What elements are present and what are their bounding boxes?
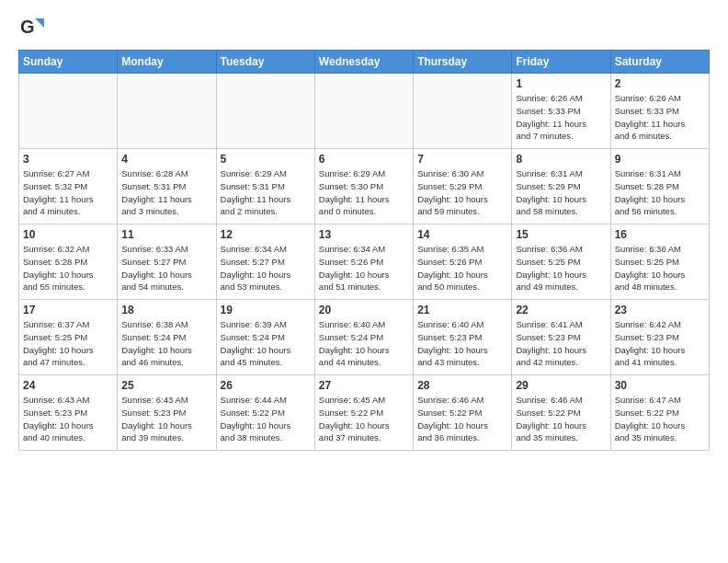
svg-text:G: G [20,17,35,37]
day-number: 9 [615,153,705,166]
day-info: Sunrise: 6:37 AM Sunset: 5:25 PM Dayligh… [23,318,113,369]
day-info: Sunrise: 6:40 AM Sunset: 5:23 PM Dayligh… [417,318,507,369]
day-info: Sunrise: 6:27 AM Sunset: 5:32 PM Dayligh… [23,167,113,218]
day-info: Sunrise: 6:34 AM Sunset: 5:26 PM Dayligh… [319,243,409,293]
calendar-cell: 4Sunrise: 6:28 AM Sunset: 5:31 PM Daylig… [118,149,216,224]
day-number: 3 [23,153,113,166]
calendar-cell: 5Sunrise: 6:29 AM Sunset: 5:31 PM Daylig… [216,149,314,224]
day-info: Sunrise: 6:31 AM Sunset: 5:29 PM Dayligh… [516,167,606,218]
day-number: 29 [516,379,606,392]
calendar-cell: 3Sunrise: 6:27 AM Sunset: 5:32 PM Daylig… [19,149,118,224]
weekday-header-friday: Friday [512,51,610,74]
day-number: 26 [221,379,311,392]
calendar-cell: 25Sunrise: 6:43 AM Sunset: 5:23 PM Dayli… [118,375,216,451]
day-info: Sunrise: 6:33 AM Sunset: 5:27 PM Dayligh… [121,243,211,293]
day-number: 5 [221,153,311,166]
calendar-cell [19,74,118,149]
calendar-cell [414,74,512,149]
calendar-cell: 30Sunrise: 6:47 AM Sunset: 5:22 PM Dayli… [610,375,709,451]
calendar-table: SundayMondayTuesdayWednesdayThursdayFrid… [18,50,710,451]
calendar-cell: 7Sunrise: 6:30 AM Sunset: 5:29 PM Daylig… [414,149,512,224]
day-info: Sunrise: 6:26 AM Sunset: 5:33 PM Dayligh… [615,92,705,143]
calendar-cell: 16Sunrise: 6:36 AM Sunset: 5:25 PM Dayli… [610,224,709,300]
calendar-cell: 18Sunrise: 6:38 AM Sunset: 5:24 PM Dayli… [118,300,216,375]
weekday-header-monday: Monday [118,51,216,74]
day-info: Sunrise: 6:30 AM Sunset: 5:29 PM Dayligh… [417,167,507,218]
day-number: 21 [417,304,507,316]
calendar-cell: 10Sunrise: 6:32 AM Sunset: 5:28 PM Dayli… [19,224,118,300]
day-number: 19 [221,304,311,316]
calendar-cell: 26Sunrise: 6:44 AM Sunset: 5:22 PM Dayli… [216,375,314,451]
day-info: Sunrise: 6:40 AM Sunset: 5:24 PM Dayligh… [319,318,409,369]
day-number: 13 [319,228,409,241]
day-info: Sunrise: 6:42 AM Sunset: 5:23 PM Dayligh… [615,318,705,369]
day-number: 20 [319,304,409,316]
calendar-cell: 1Sunrise: 6:26 AM Sunset: 5:33 PM Daylig… [512,74,610,149]
weekday-header-thursday: Thursday [414,51,512,74]
week-row-3: 17Sunrise: 6:37 AM Sunset: 5:25 PM Dayli… [19,300,710,375]
week-row-2: 10Sunrise: 6:32 AM Sunset: 5:28 PM Dayli… [19,224,710,300]
calendar-cell: 19Sunrise: 6:39 AM Sunset: 5:24 PM Dayli… [216,300,314,375]
day-number: 8 [516,153,606,166]
day-number: 23 [615,304,705,316]
day-info: Sunrise: 6:28 AM Sunset: 5:31 PM Dayligh… [121,167,211,218]
day-info: Sunrise: 6:26 AM Sunset: 5:33 PM Dayligh… [516,92,606,143]
day-number: 4 [121,153,211,166]
week-row-4: 24Sunrise: 6:43 AM Sunset: 5:23 PM Dayli… [19,375,710,451]
calendar-cell: 20Sunrise: 6:40 AM Sunset: 5:24 PM Dayli… [314,300,413,375]
day-info: Sunrise: 6:32 AM Sunset: 5:28 PM Dayligh… [23,243,113,293]
day-info: Sunrise: 6:38 AM Sunset: 5:24 PM Dayligh… [121,318,211,369]
calendar-cell: 27Sunrise: 6:45 AM Sunset: 5:22 PM Dayli… [314,375,413,451]
calendar-cell: 2Sunrise: 6:26 AM Sunset: 5:33 PM Daylig… [610,74,709,149]
calendar-cell: 12Sunrise: 6:34 AM Sunset: 5:27 PM Dayli… [216,224,314,300]
calendar-cell: 17Sunrise: 6:37 AM Sunset: 5:25 PM Dayli… [19,300,118,375]
calendar-cell: 24Sunrise: 6:43 AM Sunset: 5:23 PM Dayli… [19,375,118,451]
day-info: Sunrise: 6:43 AM Sunset: 5:23 PM Dayligh… [23,394,113,444]
logo: G [18,15,48,40]
day-info: Sunrise: 6:36 AM Sunset: 5:25 PM Dayligh… [516,243,606,293]
calendar-cell: 14Sunrise: 6:35 AM Sunset: 5:26 PM Dayli… [414,224,512,300]
calendar-cell: 13Sunrise: 6:34 AM Sunset: 5:26 PM Dayli… [314,224,413,300]
day-number: 25 [121,379,211,392]
calendar-cell [216,74,314,149]
day-info: Sunrise: 6:43 AM Sunset: 5:23 PM Dayligh… [121,394,211,444]
day-number: 1 [516,77,606,90]
calendar-cell: 21Sunrise: 6:40 AM Sunset: 5:23 PM Dayli… [414,300,512,375]
day-info: Sunrise: 6:36 AM Sunset: 5:25 PM Dayligh… [615,243,705,293]
weekday-header-wednesday: Wednesday [314,51,413,74]
day-number: 18 [121,304,211,316]
day-number: 16 [615,228,705,241]
day-number: 12 [221,228,311,241]
day-number: 22 [516,304,606,316]
day-info: Sunrise: 6:46 AM Sunset: 5:22 PM Dayligh… [417,394,507,444]
day-number: 24 [23,379,113,392]
day-info: Sunrise: 6:45 AM Sunset: 5:22 PM Dayligh… [319,394,409,444]
calendar-cell [314,74,413,149]
calendar-cell: 11Sunrise: 6:33 AM Sunset: 5:27 PM Dayli… [118,224,216,300]
calendar-cell: 15Sunrise: 6:36 AM Sunset: 5:25 PM Dayli… [512,224,610,300]
day-info: Sunrise: 6:47 AM Sunset: 5:22 PM Dayligh… [615,394,705,444]
day-info: Sunrise: 6:29 AM Sunset: 5:31 PM Dayligh… [221,167,311,218]
day-number: 7 [417,153,507,166]
weekday-header-sunday: Sunday [19,51,118,74]
day-number: 14 [417,228,507,241]
weekday-header-tuesday: Tuesday [216,51,314,74]
calendar-cell: 28Sunrise: 6:46 AM Sunset: 5:22 PM Dayli… [414,375,512,451]
calendar-cell: 6Sunrise: 6:29 AM Sunset: 5:30 PM Daylig… [314,149,413,224]
day-info: Sunrise: 6:44 AM Sunset: 5:22 PM Dayligh… [221,394,311,444]
weekday-header-saturday: Saturday [610,51,709,74]
calendar-cell: 8Sunrise: 6:31 AM Sunset: 5:29 PM Daylig… [512,149,610,224]
calendar-cell: 22Sunrise: 6:41 AM Sunset: 5:23 PM Dayli… [512,300,610,375]
day-number: 27 [319,379,409,392]
header: G [18,15,710,40]
day-number: 6 [319,153,409,166]
calendar-cell: 29Sunrise: 6:46 AM Sunset: 5:22 PM Dayli… [512,375,610,451]
day-info: Sunrise: 6:41 AM Sunset: 5:23 PM Dayligh… [516,318,606,369]
day-info: Sunrise: 6:31 AM Sunset: 5:28 PM Dayligh… [615,167,705,218]
week-row-1: 3Sunrise: 6:27 AM Sunset: 5:32 PM Daylig… [19,149,710,224]
weekday-header-row: SundayMondayTuesdayWednesdayThursdayFrid… [19,51,710,74]
day-number: 28 [417,379,507,392]
day-number: 11 [121,228,211,241]
logo-icon: G [18,15,44,40]
calendar-cell: 9Sunrise: 6:31 AM Sunset: 5:28 PM Daylig… [610,149,709,224]
